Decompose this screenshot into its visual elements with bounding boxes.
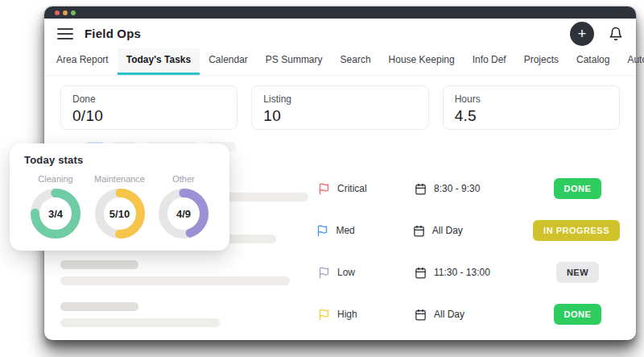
tab-ps-summary[interactable]: PS Summary [257,48,332,75]
time-label: 8:30 - 9:30 [434,183,480,194]
tab-catalog[interactable]: Catalog [568,48,618,75]
page-title: Field Ops [85,27,141,40]
donut-maintenance: Maintenance 5/10 [89,174,151,239]
donut-label: Other [172,174,195,184]
calendar-icon [413,225,425,237]
time-label: All Day [434,309,464,320]
status-badge[interactable]: DONE [554,178,602,199]
flag-icon [316,225,328,237]
stat-card-hours[interactable]: Hours 4.5 [443,85,620,130]
tab-automations[interactable]: Automations [618,48,644,75]
calendar-icon [415,183,427,195]
donut-other: Other 4/9 [152,174,215,239]
stat-value: 10 [263,107,416,125]
calendar-icon [415,267,427,279]
zoom-window-icon[interactable] [71,10,76,15]
donut-label: Cleaning [38,174,72,184]
table-row[interactable]: High All Day DONE [60,293,620,335]
donut-value: 3/4 [31,189,80,239]
bell-icon[interactable] [609,27,623,41]
flag-icon [318,309,330,321]
status-badge[interactable]: DONE [554,304,602,325]
task-text-skeleton [60,302,318,327]
plus-icon: + [578,27,587,41]
tab-area-report[interactable]: Area Report [47,48,118,75]
stat-value: 0/10 [72,107,225,125]
calendar-icon [415,309,427,321]
tab-calendar[interactable]: Calendar [200,48,257,75]
donut-value: 4/9 [159,189,208,239]
stat-label: Listing [263,93,416,105]
priority-label: High [337,309,357,320]
donut-chart-row: Cleaning 3/4 Maintenance 5/10 Other [24,174,215,239]
donut-cleaning: Cleaning 3/4 [24,174,87,239]
stat-card-done[interactable]: Done 0/10 [60,85,237,130]
stat-card-listing[interactable]: Listing 10 [251,85,428,130]
priority-label: Med [336,225,354,236]
priority-label: Low [337,267,355,278]
donut-value: 5/10 [95,189,145,239]
tab-info-def[interactable]: Info Def [464,48,515,75]
time-label: All Day [432,225,463,236]
priority-label: Critical [337,183,367,194]
popup-title: Today stats [24,154,215,166]
tab-projects[interactable]: Projects [515,48,568,75]
tab-todays-tasks[interactable]: Today's Tasks [118,48,200,75]
add-button[interactable]: + [570,22,594,46]
stat-label: Done [72,93,225,105]
status-badge[interactable]: NEW [556,262,599,283]
window-titlebar [44,6,636,19]
time-label: 11:30 - 13:00 [434,267,490,278]
tab-search[interactable]: Search [332,48,380,75]
close-window-icon[interactable] [55,10,60,15]
flag-icon [318,183,330,195]
today-stats-popup: Today stats Cleaning 3/4 Maintenance 5/1… [10,143,229,251]
stat-value: 4.5 [455,107,608,125]
tab-house-keeping[interactable]: House Keeping [380,48,464,75]
table-row[interactable]: Low 11:30 - 13:00 NEW [60,251,620,293]
minimize-window-icon[interactable] [63,10,68,15]
app-header: Field Ops + [44,19,636,48]
stat-label: Hours [455,93,608,105]
tab-bar: Area Report Today's Tasks Calendar PS Su… [44,48,636,76]
flag-icon [318,267,330,279]
task-text-skeleton [60,260,318,285]
status-badge[interactable]: IN PROGRESS [533,220,620,241]
menu-icon[interactable] [57,28,73,39]
stat-cards-row: Done 0/10 Listing 10 Hours 4.5 [60,85,620,130]
donut-label: Maintenance [94,174,145,184]
